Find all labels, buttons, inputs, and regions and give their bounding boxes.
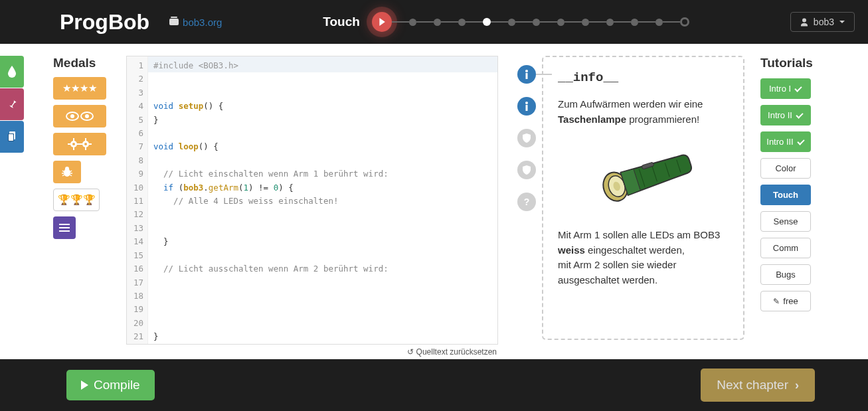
drop-icon bbox=[7, 66, 17, 78]
tutorial-intro-ii[interactable]: Intro II bbox=[760, 105, 811, 125]
check-icon bbox=[797, 139, 805, 145]
code-content[interactable]: #include <BOB3.h> void setup() { } void … bbox=[148, 56, 497, 344]
step-dot[interactable] bbox=[434, 19, 441, 26]
chevron-right-icon: › bbox=[795, 378, 799, 392]
gears-icon bbox=[66, 138, 93, 150]
svg-point-8 bbox=[72, 143, 75, 145]
step-indicator-column: ? bbox=[498, 56, 538, 359]
tutorial-bugs[interactable]: Bugs bbox=[760, 264, 811, 285]
next-chapter-button[interactable]: Next chapter › bbox=[701, 369, 815, 402]
tutorials-title: Tutorials bbox=[760, 56, 824, 70]
code-editor[interactable]: 123456789101112131415161718192021 #inclu… bbox=[126, 56, 498, 345]
svg-line-25 bbox=[62, 175, 64, 176]
svg-line-26 bbox=[70, 175, 72, 176]
step-dot-active[interactable] bbox=[483, 18, 491, 26]
step-dot[interactable] bbox=[655, 19, 663, 26]
check-icon bbox=[794, 86, 802, 92]
rail-button-copy[interactable] bbox=[0, 121, 24, 153]
info-panel: __info__ Zum Aufwärmen werden wir eine T… bbox=[542, 56, 744, 340]
bug-icon bbox=[61, 166, 73, 178]
info-step-icon[interactable] bbox=[517, 65, 536, 84]
svg-rect-11 bbox=[68, 143, 70, 145]
svg-point-32 bbox=[525, 102, 528, 104]
user-icon bbox=[800, 18, 808, 27]
step-dot[interactable] bbox=[631, 19, 638, 26]
svg-rect-16 bbox=[85, 147, 86, 150]
check-icon bbox=[796, 112, 804, 118]
play-icon bbox=[81, 380, 88, 390]
medals-panel: Medals ★★★★ 🏆🏆🏆 bbox=[53, 56, 120, 359]
svg-rect-28 bbox=[59, 227, 70, 228]
info-title: __info__ bbox=[558, 70, 729, 85]
user-label: bob3 bbox=[814, 17, 834, 27]
svg-rect-33 bbox=[526, 105, 528, 111]
tutorials-panel: Tutorials Intro I Intro II Intro III Col… bbox=[760, 56, 824, 359]
svg-rect-15 bbox=[85, 138, 86, 141]
copy-icon bbox=[7, 131, 17, 142]
medal-eyes[interactable] bbox=[53, 105, 106, 127]
chip-icon bbox=[169, 19, 179, 25]
step-dot[interactable] bbox=[508, 19, 515, 26]
pencil-icon: ✎ bbox=[773, 297, 780, 306]
flashlight-image bbox=[558, 139, 729, 205]
left-rail bbox=[0, 56, 24, 153]
step-dot[interactable] bbox=[458, 19, 466, 26]
tutorial-intro-iii[interactable]: Intro III bbox=[760, 131, 811, 152]
chapter-progress: Touch bbox=[222, 12, 790, 32]
svg-rect-10 bbox=[73, 147, 74, 150]
info-paragraph-2: Mit Arm 1 sollen alle LEDs am BOB3 weiss… bbox=[558, 228, 729, 288]
info-step-icon[interactable] bbox=[517, 97, 536, 116]
help-step-icon[interactable]: ? bbox=[517, 193, 536, 211]
svg-rect-17 bbox=[80, 143, 82, 145]
current-step-icon[interactable] bbox=[372, 12, 392, 32]
site-link[interactable]: bob3.org bbox=[169, 17, 222, 28]
shield-step-icon[interactable] bbox=[517, 129, 536, 147]
user-menu-button[interactable]: bob3 bbox=[790, 12, 855, 32]
svg-rect-27 bbox=[59, 224, 70, 225]
svg-point-30 bbox=[525, 70, 528, 72]
reset-code-link[interactable]: ↺ Quelltext zurücksetzen bbox=[126, 345, 498, 359]
svg-rect-18 bbox=[89, 143, 92, 145]
step-dot[interactable] bbox=[533, 19, 540, 26]
logo: ProgBob bbox=[60, 10, 149, 35]
editor-area: 123456789101112131415161718192021 #inclu… bbox=[126, 56, 498, 359]
tutorial-free[interactable]: ✎ free bbox=[760, 291, 811, 311]
tutorial-intro-i[interactable]: Intro I bbox=[760, 78, 811, 99]
medal-bug[interactable] bbox=[53, 161, 81, 183]
step-dot-end[interactable] bbox=[680, 17, 689, 27]
compile-button[interactable]: Compile bbox=[66, 370, 155, 400]
medal-trophies[interactable]: 🏆🏆🏆 bbox=[53, 189, 100, 211]
step-dot[interactable] bbox=[606, 19, 614, 26]
top-bar: ProgBob bob3.org Touch bob3 bbox=[0, 0, 868, 44]
svg-point-14 bbox=[84, 143, 87, 145]
chapter-label: Touch bbox=[323, 15, 360, 29]
medal-stars[interactable]: ★★★★ bbox=[53, 77, 106, 100]
footer-bar: Compile Next chapter › bbox=[0, 359, 868, 411]
pin-icon bbox=[7, 99, 17, 110]
line-gutter: 123456789101112131415161718192021 bbox=[127, 56, 148, 344]
svg-point-20 bbox=[65, 167, 69, 171]
info-paragraph-1: Zum Aufwärmen werden wir eine Taschenlam… bbox=[558, 97, 729, 127]
medal-menu[interactable] bbox=[53, 216, 76, 239]
menu-icon bbox=[59, 224, 70, 232]
medals-title: Medals bbox=[53, 56, 120, 70]
svg-point-4 bbox=[70, 114, 74, 118]
tutorial-color[interactable]: Color bbox=[760, 158, 811, 179]
rail-button-drop[interactable] bbox=[0, 56, 24, 88]
svg-rect-29 bbox=[59, 230, 70, 232]
next-label: Next chapter bbox=[717, 378, 788, 392]
svg-rect-31 bbox=[526, 73, 528, 79]
tutorial-touch[interactable]: Touch bbox=[760, 185, 811, 205]
rail-button-pin[interactable] bbox=[0, 88, 24, 120]
step-dot[interactable] bbox=[557, 19, 564, 26]
svg-rect-2 bbox=[9, 134, 13, 141]
step-dot[interactable] bbox=[409, 19, 416, 26]
svg-rect-12 bbox=[77, 143, 80, 145]
caret-down-icon bbox=[839, 21, 845, 23]
shield-step-icon[interactable] bbox=[517, 161, 536, 179]
tutorial-comm[interactable]: Comm bbox=[760, 238, 811, 258]
tutorial-sense[interactable]: Sense bbox=[760, 211, 811, 232]
medal-gears[interactable] bbox=[53, 133, 106, 155]
compile-label: Compile bbox=[94, 378, 140, 392]
step-dot[interactable] bbox=[582, 19, 589, 26]
